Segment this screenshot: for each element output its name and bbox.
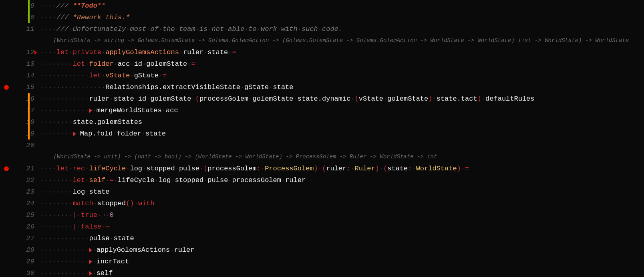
id-token: ruler bbox=[89, 93, 109, 105]
id-token: log bbox=[130, 163, 142, 174]
change-marker bbox=[28, 128, 30, 140]
code-line[interactable]: ········let·self·=·lifeCycle·log·stopped… bbox=[40, 174, 644, 186]
code-line[interactable] bbox=[40, 140, 644, 151]
id-token: processGolem bbox=[199, 93, 248, 105]
whitespace: · bbox=[134, 93, 138, 105]
code-line[interactable]: ····/// *Rework this.* bbox=[40, 12, 644, 23]
kw-token: let bbox=[56, 163, 69, 174]
gutter-row[interactable] bbox=[0, 35, 39, 47]
comment-token: the bbox=[163, 23, 175, 35]
whitespace: · bbox=[101, 47, 105, 58]
gutter-row[interactable]: 15 bbox=[0, 81, 39, 93]
code-line[interactable]: ········|·false·→ bbox=[40, 221, 644, 233]
inlay-hint-row[interactable]: (WorldState -> unit) -> (unit -> bool) -… bbox=[40, 151, 644, 163]
code-line[interactable]: ············ruler·state·id·golemState·(p… bbox=[40, 93, 644, 105]
gutter-row[interactable]: 9 bbox=[0, 0, 39, 12]
code-line[interactable]: ·············mergeWorldStates·acc bbox=[40, 105, 644, 116]
gutter-row[interactable]: 10 bbox=[0, 12, 39, 23]
whitespace: · bbox=[76, 128, 80, 140]
pipe-operator-icon bbox=[89, 108, 92, 113]
pipe-operator-icon bbox=[73, 131, 76, 136]
pipe-operator-icon bbox=[89, 259, 92, 264]
id-token: vState bbox=[359, 93, 383, 105]
whitespace: · bbox=[207, 23, 211, 35]
line-number: 26 bbox=[26, 221, 36, 233]
gutter-row[interactable]: 18 bbox=[0, 116, 39, 128]
gutter-row[interactable]: 29 bbox=[0, 256, 39, 267]
whitespace: ········ bbox=[40, 209, 73, 221]
gutter-row[interactable]: 21 bbox=[0, 163, 39, 174]
whitespace: · bbox=[257, 23, 261, 35]
whitespace: · bbox=[97, 209, 101, 221]
inlay-hint-row[interactable]: (WorldState -> string -> Golems.GolemSta… bbox=[40, 35, 644, 47]
op-token: = bbox=[109, 174, 113, 186]
code-line[interactable]: ·········Map.fold·folder·state bbox=[40, 128, 644, 140]
gutter-row[interactable]: 26 bbox=[0, 221, 39, 233]
whitespace: · bbox=[294, 93, 298, 105]
punc-token: ) bbox=[375, 163, 379, 174]
line-number: 27 bbox=[26, 233, 36, 244]
gutter-row[interactable]: 14 bbox=[0, 70, 39, 81]
kw-token: rec bbox=[73, 163, 85, 174]
whitespace: ········ bbox=[40, 186, 73, 198]
whitespace: · bbox=[114, 174, 118, 186]
code-line[interactable]: ············let·vState·gState·= bbox=[40, 70, 644, 81]
comment-token: /// bbox=[56, 12, 73, 23]
fold-caret-icon[interactable] bbox=[34, 51, 37, 55]
change-marker bbox=[28, 12, 30, 23]
gutter-row[interactable]: 12 bbox=[0, 47, 39, 58]
whitespace: · bbox=[261, 163, 265, 174]
code-line[interactable]: ·············applyGolemsActions·ruler bbox=[40, 244, 644, 256]
whitespace: · bbox=[77, 209, 81, 221]
code-line[interactable]: ········|·true·→·0 bbox=[40, 209, 644, 221]
gutter-row[interactable] bbox=[0, 151, 39, 163]
num-token: 0 bbox=[109, 209, 113, 221]
code-line[interactable]: ····///·Unfortunately·most·of·the·team·i… bbox=[40, 23, 644, 35]
code-line[interactable]: ········log·state bbox=[40, 186, 644, 198]
gutter-row[interactable]: 22 bbox=[0, 174, 39, 186]
gutter-row[interactable]: 30 bbox=[0, 267, 39, 277]
gutter[interactable]: 9101112131415161718192021222324252627282… bbox=[0, 0, 39, 277]
gutter-row[interactable]: 16 bbox=[0, 93, 39, 105]
gutter-row[interactable]: 19 bbox=[0, 128, 39, 140]
code-line[interactable]: ·············incrTact bbox=[40, 256, 644, 267]
gutter-row[interactable]: 13 bbox=[0, 58, 39, 70]
code-line[interactable]: ········let·folder·acc·id·golemState·= bbox=[40, 58, 644, 70]
code-area[interactable]: ····/// **Todo**····/// *Rework this.*··… bbox=[39, 0, 644, 277]
code-line[interactable]: ····let·private·applyGolemsActions·ruler… bbox=[40, 47, 644, 58]
whitespace: · bbox=[68, 47, 72, 58]
gutter-row[interactable]: 25 bbox=[0, 209, 39, 221]
gutter-row[interactable]: 11 bbox=[0, 23, 39, 35]
op-token: → bbox=[101, 209, 105, 221]
code-line[interactable]: ············pulse·state bbox=[40, 233, 644, 244]
code-line[interactable]: ········state.golemStates bbox=[40, 116, 644, 128]
id-token: processGolem bbox=[232, 174, 281, 186]
code-line[interactable]: ················Relationships.extractVis… bbox=[40, 81, 644, 93]
whitespace: · bbox=[224, 23, 228, 35]
type-token: ProcessGolem bbox=[265, 163, 314, 174]
whitespace: · bbox=[93, 198, 97, 209]
breakpoint-icon[interactable] bbox=[4, 85, 9, 90]
code-line[interactable]: ········match·stopped()·with bbox=[40, 198, 644, 209]
comment-token: work bbox=[261, 23, 277, 35]
breakpoint-icon[interactable] bbox=[4, 166, 9, 171]
gutter-row[interactable]: 20 bbox=[0, 140, 39, 151]
code-line[interactable]: ·············self bbox=[40, 267, 644, 277]
whitespace: · bbox=[379, 163, 383, 174]
code-line[interactable]: ····/// **Todo** bbox=[40, 0, 644, 12]
id-token: golemState bbox=[146, 58, 187, 70]
gutter-row[interactable]: 24 bbox=[0, 198, 39, 209]
line-number: 29 bbox=[26, 256, 36, 267]
gutter-row[interactable]: 27 bbox=[0, 233, 39, 244]
whitespace: · bbox=[130, 70, 134, 81]
gutter-row[interactable]: 17 bbox=[0, 105, 39, 116]
whitespace: · bbox=[113, 128, 117, 140]
whitespace: ············ bbox=[40, 233, 89, 244]
gutter-row[interactable]: 23 bbox=[0, 186, 39, 198]
whitespace: · bbox=[155, 174, 159, 186]
gutter-row[interactable]: 28 bbox=[0, 244, 39, 256]
code-editor[interactable]: 9101112131415161718192021222324252627282… bbox=[0, 0, 644, 277]
id-token: Relationships.extractVisibleState bbox=[105, 81, 240, 93]
code-line[interactable]: ····let·rec·lifeCycle·log·stopped·pulse·… bbox=[40, 163, 644, 174]
id-token: acc bbox=[118, 58, 130, 70]
